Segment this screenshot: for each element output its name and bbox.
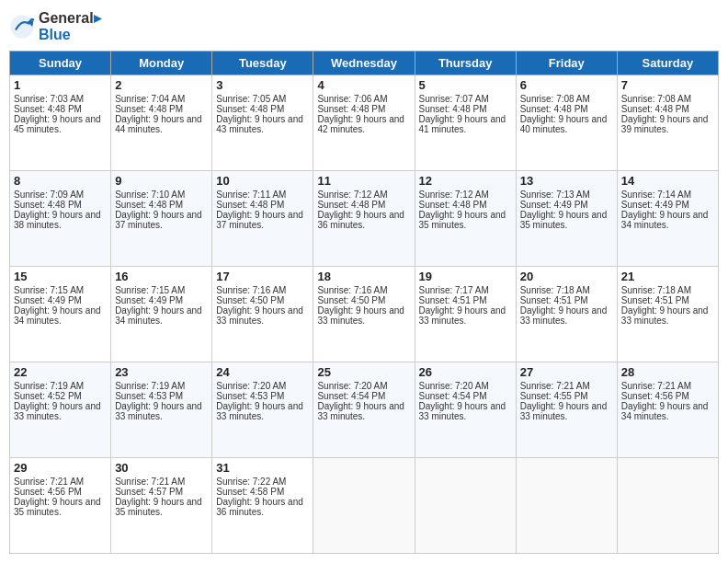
daylight-label: Daylight: 9 hours and 38 minutes. <box>14 210 101 230</box>
daylight-label: Daylight: 9 hours and 44 minutes. <box>115 114 202 134</box>
daylight-label: Daylight: 9 hours and 41 minutes. <box>419 114 506 134</box>
calendar-cell: 31 Sunrise: 7:22 AM Sunset: 4:58 PM Dayl… <box>212 458 313 554</box>
sunrise-label: Sunrise: 7:19 AM <box>115 381 185 391</box>
sunset-label: Sunset: 4:55 PM <box>520 391 588 401</box>
calendar-cell: 2 Sunrise: 7:04 AM Sunset: 4:48 PM Dayli… <box>111 75 212 171</box>
day-number: 14 <box>621 174 714 188</box>
sunset-label: Sunset: 4:52 PM <box>14 391 82 401</box>
sunrise-label: Sunrise: 7:15 AM <box>14 285 84 295</box>
calendar-cell: 1 Sunrise: 7:03 AM Sunset: 4:48 PM Dayli… <box>10 75 111 171</box>
daylight-label: Daylight: 9 hours and 37 minutes. <box>115 210 202 230</box>
sunset-label: Sunset: 4:58 PM <box>216 487 284 497</box>
day-of-week-header: Tuesday <box>212 52 313 75</box>
daylight-label: Daylight: 9 hours and 33 minutes. <box>317 401 404 421</box>
logo-icon <box>9 14 35 40</box>
sunset-label: Sunset: 4:51 PM <box>520 295 588 305</box>
daylight-label: Daylight: 9 hours and 33 minutes. <box>419 305 506 326</box>
day-of-week-header: Saturday <box>617 52 718 75</box>
daylight-label: Daylight: 9 hours and 33 minutes. <box>216 401 303 421</box>
sunset-label: Sunset: 4:48 PM <box>419 104 487 114</box>
sunrise-label: Sunrise: 7:20 AM <box>216 381 286 391</box>
day-number: 12 <box>419 174 512 188</box>
daylight-label: Daylight: 9 hours and 33 minutes. <box>216 305 303 326</box>
day-number: 24 <box>216 365 309 379</box>
sunrise-label: Sunrise: 7:10 AM <box>115 190 185 200</box>
day-of-week-header: Friday <box>516 52 617 75</box>
day-number: 7 <box>621 78 714 92</box>
daylight-label: Daylight: 9 hours and 35 minutes. <box>115 497 202 517</box>
sunrise-label: Sunrise: 7:22 AM <box>216 477 286 487</box>
header: General▸ Blue <box>9 9 719 43</box>
sunset-label: Sunset: 4:50 PM <box>216 295 284 305</box>
sunset-label: Sunset: 4:48 PM <box>520 104 588 114</box>
calendar-cell: 12 Sunrise: 7:12 AM Sunset: 4:48 PM Dayl… <box>415 171 516 267</box>
day-number: 25 <box>317 365 410 379</box>
day-number: 31 <box>216 461 309 475</box>
sunrise-label: Sunrise: 7:05 AM <box>216 94 286 104</box>
calendar-cell: 3 Sunrise: 7:05 AM Sunset: 4:48 PM Dayli… <box>212 75 313 171</box>
logo: General▸ Blue <box>9 9 101 43</box>
calendar-cell: 15 Sunrise: 7:15 AM Sunset: 4:49 PM Dayl… <box>10 267 111 362</box>
daylight-label: Daylight: 9 hours and 34 minutes. <box>621 401 709 421</box>
day-number: 21 <box>621 270 714 283</box>
sunset-label: Sunset: 4:50 PM <box>317 295 385 305</box>
sunrise-label: Sunrise: 7:04 AM <box>115 94 185 104</box>
calendar-cell: 7 Sunrise: 7:08 AM Sunset: 4:48 PM Dayli… <box>617 75 718 171</box>
sunrise-label: Sunrise: 7:21 AM <box>621 381 691 391</box>
day-number: 9 <box>115 174 208 188</box>
daylight-label: Daylight: 9 hours and 39 minutes. <box>621 114 709 134</box>
calendar-page: General▸ Blue SundayMondayTuesdayWednesd… <box>0 0 728 563</box>
calendar-cell: 6 Sunrise: 7:08 AM Sunset: 4:48 PM Dayli… <box>516 75 617 171</box>
sunrise-label: Sunrise: 7:16 AM <box>216 285 286 295</box>
sunset-label: Sunset: 4:54 PM <box>419 391 487 401</box>
sunset-label: Sunset: 4:49 PM <box>14 295 82 305</box>
day-number: 8 <box>14 174 107 188</box>
day-of-week-header: Thursday <box>415 52 516 75</box>
day-number: 11 <box>317 174 410 188</box>
sunset-label: Sunset: 4:57 PM <box>115 487 183 497</box>
calendar-cell: 5 Sunrise: 7:07 AM Sunset: 4:48 PM Dayli… <box>415 75 516 171</box>
sunset-label: Sunset: 4:48 PM <box>216 104 284 114</box>
sunset-label: Sunset: 4:48 PM <box>317 200 385 210</box>
calendar-cell: 28 Sunrise: 7:21 AM Sunset: 4:56 PM Dayl… <box>617 362 718 458</box>
calendar-cell: 17 Sunrise: 7:16 AM Sunset: 4:50 PM Dayl… <box>212 267 313 362</box>
sunrise-label: Sunrise: 7:16 AM <box>317 285 387 295</box>
day-number: 4 <box>317 78 410 92</box>
day-number: 30 <box>115 461 208 475</box>
calendar-cell: 13 Sunrise: 7:13 AM Sunset: 4:49 PM Dayl… <box>516 171 617 267</box>
sunset-label: Sunset: 4:48 PM <box>115 200 183 210</box>
calendar-cell: 14 Sunrise: 7:14 AM Sunset: 4:49 PM Dayl… <box>617 171 718 267</box>
day-number: 28 <box>621 365 714 379</box>
sunset-label: Sunset: 4:48 PM <box>115 104 183 114</box>
daylight-label: Daylight: 9 hours and 43 minutes. <box>216 114 303 134</box>
sunset-label: Sunset: 4:48 PM <box>14 104 82 114</box>
day-number: 22 <box>14 365 107 379</box>
daylight-label: Daylight: 9 hours and 33 minutes. <box>520 305 608 326</box>
day-number: 15 <box>14 270 107 283</box>
sunset-label: Sunset: 4:48 PM <box>419 200 487 210</box>
day-number: 19 <box>419 270 512 283</box>
svg-point-0 <box>10 15 33 38</box>
day-number: 27 <box>520 365 613 379</box>
sunrise-label: Sunrise: 7:12 AM <box>317 190 387 200</box>
day-number: 13 <box>520 174 613 188</box>
calendar-cell <box>415 458 516 554</box>
calendar-cell: 23 Sunrise: 7:19 AM Sunset: 4:53 PM Dayl… <box>111 362 212 458</box>
daylight-label: Daylight: 9 hours and 34 minutes. <box>621 210 709 230</box>
day-number: 17 <box>216 270 309 283</box>
daylight-label: Daylight: 9 hours and 33 minutes. <box>419 401 506 421</box>
calendar-cell: 8 Sunrise: 7:09 AM Sunset: 4:48 PM Dayli… <box>10 171 111 267</box>
daylight-label: Daylight: 9 hours and 42 minutes. <box>317 114 404 134</box>
calendar-table: SundayMondayTuesdayWednesdayThursdayFrid… <box>9 51 719 554</box>
calendar-cell: 16 Sunrise: 7:15 AM Sunset: 4:49 PM Dayl… <box>111 267 212 362</box>
day-number: 18 <box>317 270 410 283</box>
daylight-label: Daylight: 9 hours and 35 minutes. <box>419 210 506 230</box>
sunset-label: Sunset: 4:56 PM <box>14 487 82 497</box>
daylight-label: Daylight: 9 hours and 45 minutes. <box>14 114 101 134</box>
day-number: 2 <box>115 78 208 92</box>
sunset-label: Sunset: 4:49 PM <box>520 200 588 210</box>
day-number: 10 <box>216 174 309 188</box>
daylight-label: Daylight: 9 hours and 33 minutes. <box>14 401 101 421</box>
day-of-week-header: Monday <box>111 52 212 75</box>
sunset-label: Sunset: 4:48 PM <box>317 104 385 114</box>
